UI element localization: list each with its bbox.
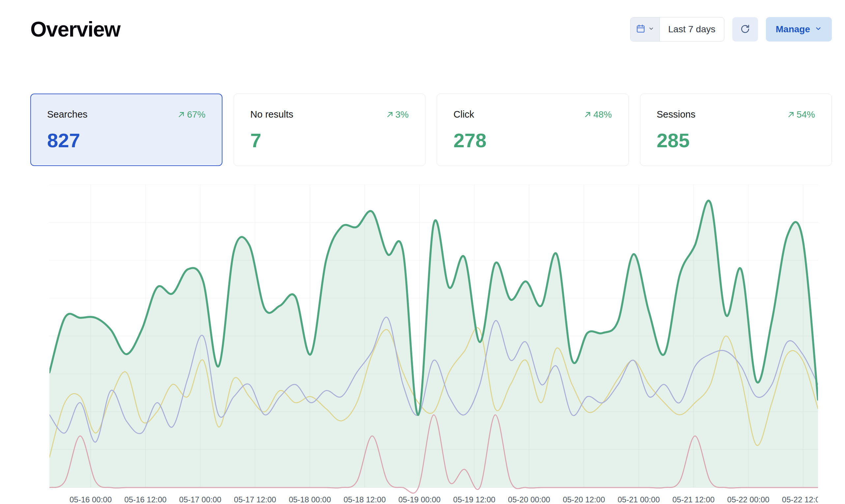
stat-card-label: No results (250, 109, 294, 120)
green-main-line-area (49, 201, 818, 488)
stat-card-delta-value: 54% (796, 109, 815, 120)
stat-card-sessions[interactable]: Sessions54%285 (640, 93, 832, 166)
refresh-button[interactable] (732, 17, 758, 41)
refresh-icon (740, 24, 751, 35)
stat-card-delta: 48% (583, 109, 612, 120)
calendar-dropdown-button[interactable] (631, 17, 660, 41)
chart-canvas: 05-16 00:0005-16 12:0005-17 00:0005-17 1… (49, 184, 818, 504)
stat-card-label: Sessions (657, 109, 696, 120)
manage-button[interactable]: Manage (766, 17, 832, 41)
x-tick-label: 05-17 12:00 (234, 495, 276, 504)
date-range-picker[interactable]: Last 7 days (630, 17, 724, 41)
trend-up-icon (386, 110, 394, 119)
chevron-down-icon (815, 24, 822, 35)
analytics-chart: 05-16 00:0005-16 12:0005-17 00:0005-17 1… (49, 184, 818, 504)
stat-card-label: Searches (47, 109, 88, 120)
stat-card-value: 827 (47, 129, 206, 152)
chevron-down-icon (648, 26, 654, 33)
stat-card-click[interactable]: Click48%278 (437, 93, 629, 166)
x-tick-label: 05-17 00:00 (179, 495, 222, 504)
header-controls: Last 7 days Manage (630, 17, 832, 41)
x-tick-label: 05-20 00:00 (508, 495, 550, 504)
stat-card-delta: 3% (386, 109, 409, 120)
x-tick-label: 05-21 00:00 (618, 495, 660, 504)
stat-card-delta-value: 3% (395, 109, 409, 120)
stat-card-value: 285 (657, 129, 815, 152)
trend-up-icon (177, 110, 186, 119)
x-tick-label: 05-18 00:00 (289, 495, 331, 504)
manage-button-label: Manage (776, 24, 810, 35)
x-tick-label: 05-22 12:00 (782, 495, 818, 504)
stat-card-delta: 54% (787, 109, 815, 120)
stat-card-value: 278 (454, 129, 612, 152)
page-header: Overview Last 7 days (0, 0, 845, 41)
stat-card-delta-value: 48% (593, 109, 612, 120)
stat-card-label: Click (454, 109, 474, 120)
x-tick-label: 05-16 00:00 (70, 495, 112, 504)
x-tick-label: 05-19 00:00 (399, 495, 441, 504)
stat-card-delta-value: 67% (187, 109, 205, 120)
trend-up-icon (787, 110, 795, 119)
stat-card-delta: 67% (177, 109, 205, 120)
page-title: Overview (30, 17, 120, 41)
date-range-label[interactable]: Last 7 days (660, 17, 724, 41)
stat-cards: Searches67%827No results3%7Click48%278Se… (30, 93, 832, 166)
stat-card-no-results[interactable]: No results3%7 (234, 93, 426, 166)
stat-card-searches[interactable]: Searches67%827 (30, 93, 223, 166)
x-tick-label: 05-18 12:00 (344, 495, 386, 504)
stat-card-value: 7 (250, 129, 409, 152)
x-tick-label: 05-16 12:00 (124, 495, 166, 504)
x-tick-label: 05-22 00:00 (727, 495, 770, 504)
trend-up-icon (583, 110, 592, 119)
x-tick-label: 05-19 12:00 (453, 495, 495, 504)
calendar-icon (636, 24, 646, 35)
x-tick-label: 05-20 12:00 (563, 495, 605, 504)
x-tick-label: 05-21 12:00 (672, 495, 715, 504)
